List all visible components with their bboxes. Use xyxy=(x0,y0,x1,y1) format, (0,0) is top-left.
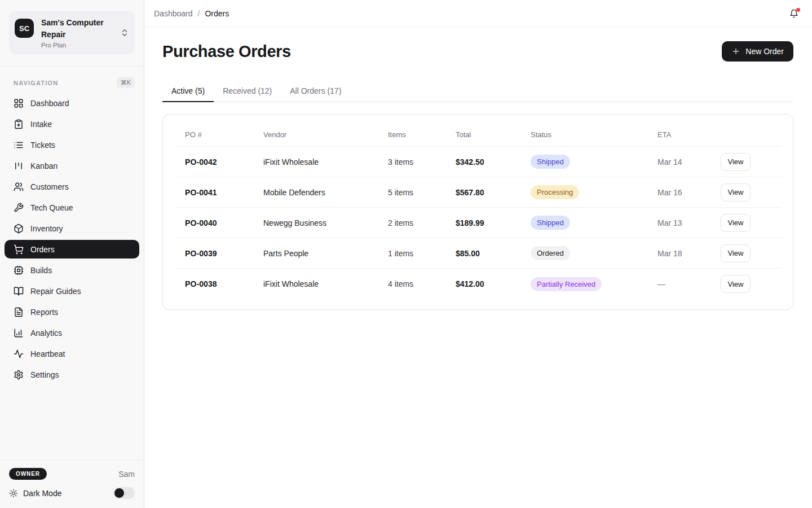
sidebar-item-heartbeat[interactable]: Heartbeat xyxy=(5,344,139,363)
command-k-shortcut[interactable]: ⌘K xyxy=(117,77,135,88)
sidebar-item-tickets[interactable]: Tickets xyxy=(5,135,139,154)
column-header: PO # xyxy=(174,130,263,139)
bar-chart-icon xyxy=(14,328,24,338)
item-count: 3 items xyxy=(388,157,456,167)
sidebar-item-repair-guides[interactable]: Repair Guides xyxy=(5,282,139,300)
order-total: $85.00 xyxy=(456,249,531,258)
workspace-text: Sam's Computer Repair Pro Plan xyxy=(41,17,113,49)
tab-0[interactable]: Active (5) xyxy=(162,80,214,102)
activity-pulse-icon xyxy=(14,349,24,359)
order-total: $412.00 xyxy=(456,279,531,288)
topbar: Dashboard / Orders xyxy=(144,0,812,27)
sidebar-item-label: Kanban xyxy=(30,161,58,170)
sidebar-item-intake[interactable]: Intake xyxy=(5,115,139,133)
eta-date: Mar 14 xyxy=(657,157,721,167)
vendor-name: Newegg Business xyxy=(263,218,388,227)
shopping-cart-icon xyxy=(14,244,24,255)
breadcrumb-current: Orders xyxy=(205,9,229,18)
page-title: Purchase Orders xyxy=(162,42,291,61)
sidebar-footer: OWNER Sam Dark Mode xyxy=(0,459,144,508)
owner-role-badge: OWNER xyxy=(9,468,47,480)
view-order-button[interactable]: View xyxy=(721,214,751,232)
table-body: PO-0042iFixit Wholesale3 items$342.50Shi… xyxy=(174,147,782,299)
sidebar-item-dashboard[interactable]: Dashboard xyxy=(5,94,139,112)
view-order-button[interactable]: View xyxy=(721,153,751,171)
sidebar-item-label: Reports xyxy=(30,308,58,317)
sidebar-item-kanban[interactable]: Kanban xyxy=(5,156,139,175)
tab-bar: Active (5)Received (12)All Orders (17) xyxy=(162,80,793,102)
vendor-name: iFixit Wholesale xyxy=(263,157,388,167)
dark-mode-label: Dark Mode xyxy=(23,489,61,498)
po-number: PO-0039 xyxy=(174,249,263,258)
column-header: ETA xyxy=(657,130,721,139)
sidebar-item-settings[interactable]: Settings xyxy=(5,365,139,384)
sidebar-item-builds[interactable]: Builds xyxy=(5,261,139,279)
tab-1[interactable]: Received (12) xyxy=(214,80,281,102)
sidebar-item-label: Inventory xyxy=(30,224,63,233)
toggle-knob xyxy=(114,488,124,498)
po-number: PO-0041 xyxy=(174,188,263,197)
po-number: PO-0042 xyxy=(174,157,263,167)
grid-icon xyxy=(14,98,24,108)
sun-icon xyxy=(9,489,18,498)
sidebar-item-inventory[interactable]: Inventory xyxy=(5,219,139,238)
package-icon xyxy=(14,224,24,234)
table-header-row: PO #VendorItemsTotalStatusETA xyxy=(174,115,782,147)
sidebar-item-customers[interactable]: Customers xyxy=(5,177,139,196)
wrench-icon xyxy=(14,203,24,213)
workspace-plan: Pro Plan xyxy=(41,42,113,49)
order-total: $342.50 xyxy=(456,157,531,167)
sidebar-item-label: Settings xyxy=(30,370,59,379)
sidebar-item-label: Builds xyxy=(30,266,52,275)
view-order-button[interactable]: View xyxy=(721,275,751,293)
workspace-name: Sam's Computer Repair xyxy=(41,17,113,41)
sidebar-item-label: Orders xyxy=(30,245,55,254)
sidebar-item-label: Heartbeat xyxy=(30,349,65,358)
sidebar-item-analytics[interactable]: Analytics xyxy=(5,323,139,342)
main-area: Dashboard / Orders Purchase Orders New O… xyxy=(144,0,812,508)
order-total: $567.80 xyxy=(456,188,531,197)
sidebar-item-label: Intake xyxy=(30,120,52,129)
sidebar-item-reports[interactable]: Reports xyxy=(5,303,139,321)
file-text-icon xyxy=(14,307,24,317)
kanban-columns-icon xyxy=(14,161,24,171)
eta-date: Mar 18 xyxy=(657,249,721,258)
vendor-name: iFixit Wholesale xyxy=(263,279,388,288)
plus-icon xyxy=(731,47,740,56)
vendor-name: Parts People xyxy=(263,249,388,258)
tab-2[interactable]: All Orders (17) xyxy=(281,80,350,102)
item-count: 1 items xyxy=(388,249,456,258)
order-total: $189.99 xyxy=(456,218,531,227)
status-badge: Processing xyxy=(531,185,579,199)
book-open-icon xyxy=(14,286,24,296)
eta-date: — xyxy=(657,279,721,288)
table-row: PO-0038iFixit Wholesale4 items$412.00Par… xyxy=(174,269,782,299)
table-row: PO-0042iFixit Wholesale3 items$342.50Shi… xyxy=(174,147,782,177)
new-order-button[interactable]: New Order xyxy=(722,41,793,62)
sidebar-item-tech-queue[interactable]: Tech Queue xyxy=(5,198,139,217)
item-count: 2 items xyxy=(388,218,456,227)
table-row: PO-0039Parts People1 items$85.00OrderedM… xyxy=(174,238,782,269)
list-icon xyxy=(14,140,24,150)
status-badge: Shipped xyxy=(531,155,570,169)
column-header: Status xyxy=(531,130,657,139)
eta-date: Mar 13 xyxy=(657,218,721,227)
item-count: 4 items xyxy=(388,279,456,288)
new-order-label: New Order xyxy=(745,47,784,56)
sidebar: SC Sam's Computer Repair Pro Plan NAVIGA… xyxy=(0,0,144,508)
page-content: Purchase Orders New Order Active (5)Rece… xyxy=(144,27,812,310)
view-order-button[interactable]: View xyxy=(721,244,751,262)
po-number: PO-0038 xyxy=(174,279,263,288)
po-number: PO-0040 xyxy=(174,218,263,227)
dark-mode-toggle[interactable] xyxy=(113,487,135,499)
view-order-button[interactable]: View xyxy=(721,183,751,202)
breadcrumb-parent[interactable]: Dashboard xyxy=(154,9,193,18)
workspace-switcher[interactable]: SC Sam's Computer Repair Pro Plan xyxy=(9,11,135,54)
notifications-button[interactable] xyxy=(784,3,804,24)
clipboard-plus-icon xyxy=(14,119,24,129)
cpu-icon xyxy=(14,265,24,275)
notification-dot xyxy=(796,8,800,12)
status-badge: Ordered xyxy=(531,246,570,260)
sidebar-item-orders[interactable]: Orders xyxy=(5,240,139,259)
chevrons-up-down-icon xyxy=(120,28,129,37)
